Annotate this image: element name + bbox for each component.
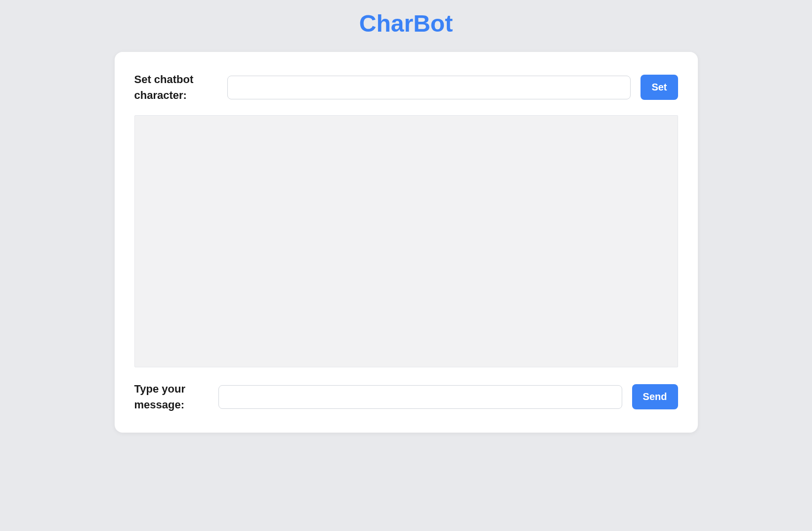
send-button[interactable]: Send (632, 384, 678, 409)
message-row: Type your message: Send (134, 381, 678, 413)
message-input[interactable] (218, 385, 622, 409)
chat-output (134, 115, 678, 367)
main-card: Set chatbot character: Set Type your mes… (115, 52, 698, 433)
set-button[interactable]: Set (641, 75, 678, 100)
message-label: Type your message: (134, 381, 209, 413)
character-label: Set chatbot character: (134, 72, 217, 103)
character-input[interactable] (227, 76, 631, 99)
app-title: CharBot (0, 0, 812, 52)
character-row: Set chatbot character: Set (134, 72, 678, 103)
